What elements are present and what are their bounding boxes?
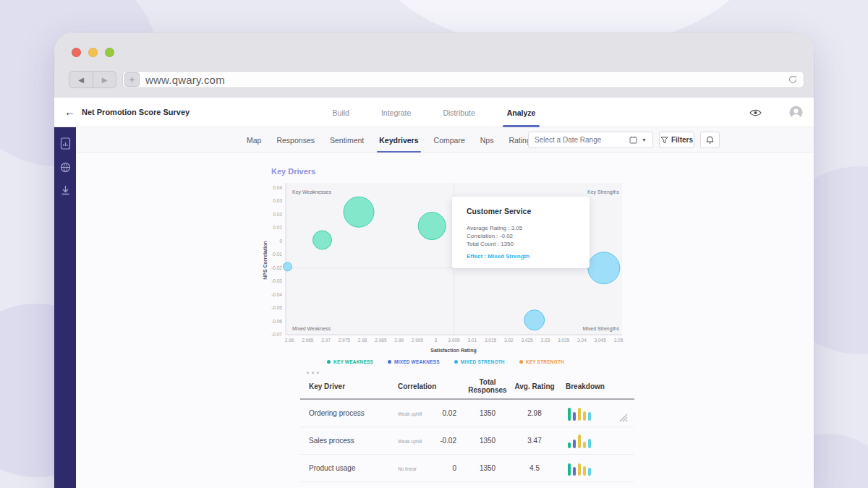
url-bar[interactable]: + www.qwary.com: [122, 71, 804, 88]
svg-text:-0.05: -0.05: [271, 305, 282, 310]
svg-text:3: 3: [434, 338, 437, 343]
svg-text:-0.03: -0.03: [271, 278, 282, 283]
total-responses: 1350: [467, 409, 509, 417]
svg-text:0.01: 0.01: [273, 225, 282, 230]
tab-build[interactable]: Build: [333, 98, 349, 127]
svg-text:3.035: 3.035: [558, 338, 570, 343]
browser-forward-button[interactable]: ▶: [93, 72, 116, 87]
preview-eye-icon[interactable]: [749, 108, 762, 117]
legend-mixed-strength[interactable]: MIXED STRENGTH: [454, 359, 505, 364]
correlation-value: 0.02: [443, 409, 467, 417]
breakdown-minichart: [561, 461, 634, 476]
subtab-responses[interactable]: Responses: [276, 127, 315, 153]
legend-dot-icon: [454, 360, 458, 364]
subtab-map[interactable]: Map: [247, 127, 261, 153]
avg-rating: 3.47: [509, 437, 561, 445]
svg-text:3.045: 3.045: [595, 338, 607, 343]
subtab-keydrivers[interactable]: Keydrivers: [379, 127, 418, 153]
tab-analyze[interactable]: Analyze: [507, 98, 536, 127]
tab-integrate[interactable]: Integrate: [381, 98, 411, 127]
svg-text:Mixed Strengths: Mixed Strengths: [582, 326, 619, 332]
filters-button[interactable]: Filters: [659, 132, 694, 148]
svg-text:2.985: 2.985: [375, 338, 387, 343]
browser-back-button[interactable]: ◀: [69, 72, 93, 87]
keydrivers-table: Key Driver Correlation Total Responses A…: [300, 372, 634, 488]
date-range-placeholder: Select a Date Range: [535, 136, 601, 144]
keydrivers-panel: Key Drivers 0.040.030.020.010-0.01-0.02-…: [76, 153, 814, 488]
tooltip-total-count: Total Count : 1350: [467, 240, 575, 248]
svg-text:Key Weaknesses: Key Weaknesses: [292, 189, 331, 195]
legend-dot-icon: [519, 360, 523, 364]
svg-text:0.03: 0.03: [273, 198, 282, 203]
table-header: Key Driver Correlation Total Responses A…: [300, 378, 634, 400]
svg-text:0.04: 0.04: [273, 185, 282, 190]
header-total-responses: Total Responses: [467, 378, 509, 394]
svg-text:3.03: 3.03: [541, 338, 550, 343]
tooltip-title: Customer Service: [467, 207, 575, 215]
table-row-partial[interactable]: [300, 482, 634, 488]
svg-text:3.02: 3.02: [504, 338, 514, 343]
svg-text:Mixed Weakness: Mixed Weakness: [292, 326, 331, 331]
svg-text:2.96: 2.96: [285, 338, 294, 343]
calendar-icon: [629, 136, 637, 144]
filters-label: Filters: [671, 136, 693, 144]
close-window-icon[interactable]: [72, 48, 81, 57]
browser-nav-buttons: ◀ ▶: [69, 71, 116, 88]
app-tabs: Build Integrate Distribute Analyze: [54, 98, 814, 127]
tooltip-effect: Effect : Mixed Strength: [467, 253, 575, 260]
table-drag-dots[interactable]: [300, 372, 634, 378]
svg-text:Key Strengths: Key Strengths: [587, 189, 619, 195]
analyze-tabs: Map Responses Sentiment Keydrivers Compa…: [247, 127, 531, 153]
new-tab-icon[interactable]: +: [124, 72, 140, 87]
avg-rating: 2.98: [509, 409, 561, 417]
svg-text:NPS Correlation: NPS Correlation: [263, 241, 268, 280]
app-header: ← Net Promotion Score Survey Build Integ…: [54, 98, 814, 127]
user-avatar[interactable]: [789, 106, 803, 119]
legend-mixed-weakness[interactable]: MIXED WEAKNESS: [388, 359, 440, 364]
resize-handle-icon[interactable]: [618, 413, 629, 423]
reload-icon[interactable]: [788, 74, 798, 85]
legend-key-weakness[interactable]: KEY WEAKNESS: [327, 359, 373, 364]
minimize-window-icon[interactable]: [88, 48, 98, 57]
svg-text:-0.01: -0.01: [271, 252, 282, 257]
notifications-button[interactable]: [700, 132, 720, 148]
svg-text:2.98: 2.98: [358, 338, 367, 343]
subtab-compare[interactable]: Compare: [434, 127, 465, 153]
legend-dot-icon: [388, 360, 391, 364]
svg-text:2.97: 2.97: [321, 338, 331, 343]
legend-key-strength[interactable]: KEY STRENGTH: [519, 359, 564, 364]
correlation-label: Weak uphill: [398, 411, 422, 416]
svg-text:3.05: 3.05: [614, 338, 624, 343]
analyze-toolbar: Map Responses Sentiment Keydrivers Compa…: [76, 127, 814, 153]
correlation-label: No linear: [398, 466, 417, 471]
total-responses: 1350: [467, 464, 509, 472]
url-text[interactable]: www.qwary.com: [145, 74, 788, 86]
correlation-value: 0: [452, 464, 467, 472]
svg-text:2.99: 2.99: [394, 338, 404, 343]
subtab-sentiment[interactable]: Sentiment: [330, 127, 364, 153]
table-row[interactable]: Sales process Weak uphill -0.02 1350 3.4…: [300, 427, 634, 455]
correlation-value: -0.02: [440, 437, 467, 445]
table-row[interactable]: Ordering process Weak uphill 0.02 1350 2…: [300, 400, 634, 427]
maximize-window-icon[interactable]: [105, 48, 114, 57]
correlation-label: Weak uphill: [398, 439, 422, 444]
browser-window: ◀ ▶ + www.qwary.com ← Net Promotion Scor…: [54, 33, 814, 488]
chart-tooltip: Customer Service Average Rating : 3.05 C…: [452, 197, 590, 268]
download-icon[interactable]: [60, 185, 71, 196]
driver-name: Ordering process: [300, 409, 392, 417]
table-row[interactable]: Product usage No linear 0 1350 4.5: [300, 455, 634, 482]
svg-text:-0.02: -0.02: [271, 265, 282, 270]
header-correlation: Correlation: [392, 382, 467, 390]
svg-text:3.01: 3.01: [467, 338, 477, 343]
report-document-icon[interactable]: [60, 137, 71, 150]
date-range-select[interactable]: Select a Date Range ▼: [528, 132, 653, 148]
svg-text:3.005: 3.005: [448, 338, 460, 343]
svg-text:2.975: 2.975: [339, 338, 351, 343]
bell-icon: [706, 136, 714, 145]
svg-text:Satisfaction Rating: Satisfaction Rating: [430, 348, 476, 354]
browser-chrome: ◀ ▶ + www.qwary.com: [54, 33, 814, 98]
globe-icon[interactable]: [60, 162, 71, 173]
tab-distribute[interactable]: Distribute: [443, 98, 475, 127]
tooltip-correlation: Correlation : -0.02: [467, 232, 575, 240]
subtab-nps[interactable]: Nps: [480, 127, 494, 153]
